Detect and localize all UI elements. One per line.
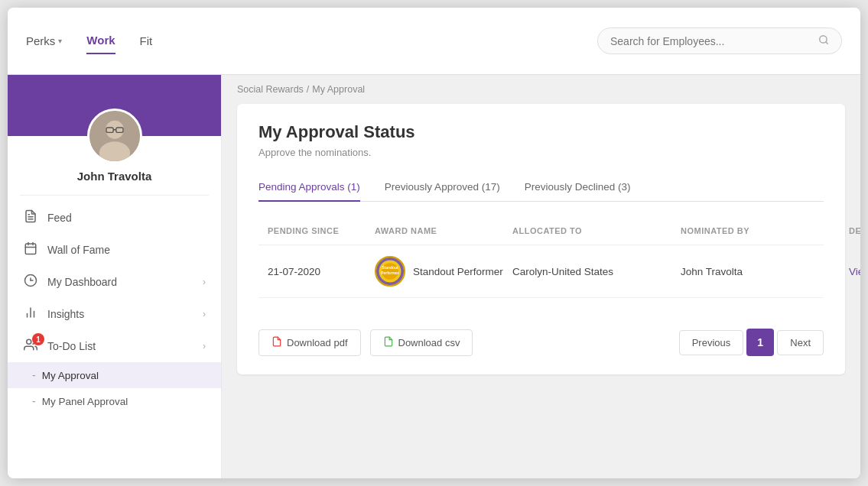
sidebar-item-label-feed: Feed [47,212,206,224]
sub-dash-my-approval: - [32,369,36,381]
main-body: John Travolta Feed [8,75,860,478]
feed-icon [23,209,38,226]
wall-of-fame-icon [23,241,38,258]
sidebar-subitem-label-my-panel: My Panel Approval [42,396,128,407]
sidebar-nav: Feed Wall of Fame [8,196,221,420]
breadcrumb-parent[interactable]: Social Rewards [237,84,304,95]
sidebar-profile-header [8,75,221,136]
pagination: Previous 1 Next [679,329,824,356]
award-name-text: Standout Performer [413,266,503,277]
pdf-icon [271,336,282,349]
sidebar-item-todo-list[interactable]: 1 To-Do List › [8,330,221,362]
page-title: My Approval Status [258,122,824,142]
svg-text:Standout: Standout [382,266,398,270]
search-input[interactable] [610,35,812,47]
sidebar-item-label-todo: To-Do List [47,340,193,352]
tab-pending-approvals[interactable]: Pending Approvals (1) [258,173,360,202]
sidebar-subitem-my-approval[interactable]: - My Approval [8,362,221,388]
download-csv-label: Download csv [398,337,460,348]
tab-previously-approved[interactable]: Previously Approved (17) [385,173,500,202]
bottom-actions: Download pdf Download csv Prev [258,316,824,356]
search-icon [818,34,829,47]
sidebar-item-my-dashboard[interactable]: My Dashboard › [8,266,221,298]
cell-allocated-to: Carolyn-United States [512,266,681,277]
col-header-allocated-to: ALLOCATED TO [512,226,681,235]
col-header-details: DETAILS [849,226,860,235]
sidebar-item-label-dashboard: My Dashboard [47,276,193,288]
page-number[interactable]: 1 [746,329,774,356]
sidebar-item-label-wall-of-fame: Wall of Fame [47,244,206,256]
todo-arrow-icon: › [203,341,206,352]
sub-dash-my-panel: - [32,395,36,407]
svg-line-1 [826,42,828,44]
perks-arrow-icon: ▾ [58,37,62,45]
csv-icon [383,336,394,349]
todo-badge: 1 [32,333,44,345]
download-csv-button[interactable]: Download csv [370,329,473,356]
avatar [87,109,142,164]
page-subtitle: Approve the nominations. [258,147,824,158]
insights-icon [23,306,38,322]
view-link[interactable]: View [849,266,860,277]
download-pdf-label: Download pdf [287,337,348,348]
cell-award-name: Standout Performer Standout Performer [375,256,512,287]
dashboard-arrow-icon: › [203,277,206,287]
sidebar-item-insights[interactable]: Insights › [8,298,221,330]
cell-details: View [849,261,860,281]
sidebar-item-feed[interactable]: Feed [8,202,221,234]
todo-icon: 1 [23,338,38,355]
breadcrumb: Social Rewards / My Approval [222,75,860,104]
sidebar-username: John Travolta [8,170,221,195]
next-button[interactable]: Next [777,330,824,355]
content-area: Social Rewards / My Approval My Approval… [222,75,860,478]
table-header: PENDING SINCE AWARD NAME ALLOCATED TO NO… [258,217,824,245]
col-header-nominated-by: NOMINATED BY [681,226,849,235]
content-card: My Approval Status Approve the nominatio… [237,104,845,374]
breadcrumb-separator: / [307,84,309,95]
nav-perks[interactable]: Perks ▾ [26,28,62,53]
cell-pending-since: 21-07-2020 [268,266,375,277]
insights-arrow-icon: › [203,309,206,319]
cell-nominated-by: John Travolta [681,266,849,277]
table-row: 21-07-2020 Standout Performer [258,245,824,298]
dashboard-icon [23,274,38,290]
top-navigation: Perks ▾ Work Fit [8,8,860,75]
sidebar-item-wall-of-fame[interactable]: Wall of Fame [8,234,221,266]
nav-work[interactable]: Work [86,28,115,54]
col-header-award-name: AWARD NAME [375,226,512,235]
download-pdf-button[interactable]: Download pdf [258,329,361,356]
svg-point-4 [99,141,129,164]
nav-fit[interactable]: Fit [140,28,153,53]
search-bar[interactable] [597,28,842,54]
approvals-table: PENDING SINCE AWARD NAME ALLOCATED TO NO… [258,217,824,298]
previous-button[interactable]: Previous [679,330,744,355]
tab-previously-declined[interactable]: Previously Declined (3) [525,173,631,202]
perks-label: Perks [26,34,55,47]
col-header-pending-since: PENDING SINCE [268,226,375,235]
sidebar: John Travolta Feed [8,75,222,478]
svg-rect-11 [25,244,36,254]
award-badge-icon: Standout Performer [375,256,405,287]
sidebar-subitem-label-my-approval: My Approval [42,370,99,381]
sidebar-item-label-insights: Insights [47,308,193,320]
sidebar-subitem-my-panel-approval[interactable]: - My Panel Approval [8,388,221,414]
tabs-container: Pending Approvals (1) Previously Approve… [258,173,824,202]
svg-point-21 [27,339,31,344]
download-buttons: Download pdf Download csv [258,329,473,356]
breadcrumb-current: My Approval [312,84,365,95]
svg-text:Performer: Performer [381,271,399,275]
